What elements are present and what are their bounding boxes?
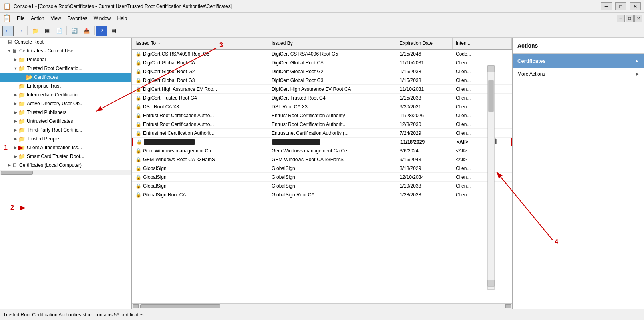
intended: Code...: [453, 51, 512, 57]
menu-action[interactable]: Action: [28, 14, 47, 22]
tree-item-enterprise[interactable]: 📁 Enterprise Trust: [0, 82, 131, 90]
table-row[interactable]: 🔒 GlobalSign GlobalSign 1/19/2038 Clien.…: [132, 182, 512, 190]
table-row[interactable]: 🔒 DigiCert Global Root G2 DigiCert Globa…: [132, 67, 512, 76]
table-row[interactable]: 🔒 Entrust Root Certification Autho... En…: [132, 111, 512, 120]
sort-icon-issued-to: ▲: [157, 42, 161, 45]
forward-button[interactable]: →: [14, 26, 26, 36]
actions-header: Actions: [513, 38, 644, 54]
folder-icon-active-directory: 📁: [18, 100, 25, 107]
hscroll-left-btn[interactable]: [133, 304, 139, 308]
expand-certificates[interactable]: [20, 74, 26, 80]
col-header-expiration[interactable]: Expiration Date: [396, 38, 453, 49]
tree-item-certificates[interactable]: 📂 Certificates: [0, 73, 131, 82]
menu-view[interactable]: View: [48, 14, 64, 22]
maximize-button[interactable]: □: [615, 2, 626, 10]
tree-item-certs-current-user[interactable]: ▼ 🖥 Certificates - Current User: [0, 46, 131, 55]
tree-item-trusted-people[interactable]: ▶ 📁 Trusted People: [0, 134, 131, 143]
menu-favorites[interactable]: Favorites: [64, 14, 91, 22]
table-row[interactable]: 🔒 DigiCert Global Root CA DigiCert Globa…: [132, 58, 512, 67]
table-row[interactable]: 🔒 DigiCert High Assurance EV Roo... Digi…: [132, 85, 512, 94]
tree-label-certs-current-user: Certificates - Current User: [19, 48, 75, 54]
minimize-button[interactable]: ─: [601, 2, 612, 10]
tree-item-trusted-root[interactable]: ▼ 📁 Trusted Root Certificatio...: [0, 64, 131, 73]
hscroll-right-btn[interactable]: [505, 304, 511, 308]
expand-intermediate[interactable]: ▶: [13, 92, 18, 98]
properties-button[interactable]: 📄: [54, 26, 65, 36]
tree-hscroll[interactable]: [0, 170, 131, 175]
cert-icon: 🔒: [135, 148, 141, 154]
tree-item-untrusted[interactable]: ▶ 📁 Untrusted Certificates: [0, 117, 131, 126]
menu-help[interactable]: Help: [114, 14, 131, 22]
table-row[interactable]: 🔒 Entrust Root Certification Autho... En…: [132, 120, 512, 129]
table-row[interactable]: 🔒 Entrust.net Certification Authorit... …: [132, 129, 512, 138]
table-row[interactable]: 🔒 GlobalSign Root CA GlobalSign Root CA …: [132, 190, 512, 199]
hscroll-thumb[interactable]: [140, 304, 220, 308]
expand-untrusted[interactable]: ▶: [13, 118, 18, 124]
table-row[interactable]: 🔒 Gem Windows management Ca ... Gem Wind…: [132, 146, 512, 155]
expand-client-auth[interactable]: ▶: [13, 145, 18, 150]
menu-file[interactable]: File: [14, 14, 28, 22]
section-expand-icon: ▲: [634, 58, 639, 64]
expand-trusted-people[interactable]: ▶: [13, 136, 18, 142]
menu-window[interactable]: Window: [91, 14, 114, 22]
table-row-highlighted[interactable]: 🔒 ██████████████ ████████████ 11/18/2029…: [132, 138, 512, 146]
show-hide-button[interactable]: ▦: [42, 26, 53, 36]
actions-panel: Actions Certificates ▲ More Actions ▶: [512, 38, 644, 309]
expand-trusted-publishers[interactable]: ▶: [13, 110, 18, 115]
expand-third-party[interactable]: ▶: [13, 127, 18, 133]
expand-smart-card[interactable]: ▶: [13, 154, 18, 159]
col-header-issued-to[interactable]: Issued To ▲: [132, 38, 268, 49]
tree-item-intermediate[interactable]: ▶ 📁 Intermediate Certificatio...: [0, 90, 131, 99]
expiration: 1/15/2038: [396, 95, 453, 101]
export-button[interactable]: 📤: [81, 26, 92, 36]
table-row[interactable]: 🔒 GlobalSign GlobalSign 3/18/2029 Clien.…: [132, 164, 512, 173]
intended: Clien...: [453, 166, 512, 171]
table-row[interactable]: 🔒 DST Root CA X3 DST Root CA X3 9/30/202…: [132, 102, 512, 111]
close-inner-btn[interactable]: ✕: [634, 15, 642, 22]
float-btn[interactable]: □: [626, 15, 634, 22]
computer-icon-root: 🖥: [7, 39, 13, 45]
table-row[interactable]: 🔒 DigiCert CS RSA4096 Root G5 DigiCert C…: [132, 50, 512, 58]
col-header-issued-by[interactable]: Issued By: [268, 38, 396, 49]
up-button[interactable]: 📁: [30, 26, 41, 36]
intended: Clien...: [453, 78, 512, 83]
issued-by: GlobalSign: [268, 174, 396, 180]
tree-item-trusted-publishers[interactable]: ▶ 📁 Trusted Publishers: [0, 108, 131, 117]
col-header-intended[interactable]: Inten...: [453, 38, 512, 49]
help-button[interactable]: ?: [96, 26, 107, 36]
tree-hscroll-thumb[interactable]: [1, 171, 33, 175]
cert-icon: 🔒: [135, 86, 141, 92]
issued-to: DigiCert Global Root G2: [143, 69, 195, 74]
close-button[interactable]: ✕: [630, 2, 641, 10]
tree-item-third-party[interactable]: ▶ 📁 Third-Party Root Certific...: [0, 126, 131, 134]
table-row[interactable]: 🔒 DigiCert Trusted Root G4 DigiCert Trus…: [132, 94, 512, 102]
actions-more-item[interactable]: More Actions ▶: [513, 68, 644, 80]
content-hscroll[interactable]: [132, 303, 512, 309]
issued-to: GlobalSign Root CA: [143, 192, 186, 198]
expand-certs-local[interactable]: ▶: [6, 162, 12, 168]
refresh-button[interactable]: 🔄: [69, 26, 80, 36]
expand-active-directory[interactable]: ▶: [13, 101, 18, 106]
table-row[interactable]: 🔒 GEM-Windows-Root-CA-k3HamS GEM-Windows…: [132, 155, 512, 164]
folder-icon-smart-card: 📁: [18, 153, 25, 160]
expand-certs-current-user[interactable]: ▼: [6, 48, 12, 54]
back-button[interactable]: ←: [2, 26, 14, 36]
table-row[interactable]: 🔒 DigiCert Global Root G3 DigiCert Globa…: [132, 76, 512, 85]
tree-label-trusted-publishers: Trusted Publishers: [27, 110, 67, 115]
folder-icon-certificates: 📂: [26, 74, 32, 80]
tree-item-certs-local[interactable]: ▶ 🖥 Certificates (Local Computer): [0, 161, 131, 170]
expand-personal[interactable]: ▶: [13, 57, 18, 62]
expand-enterprise[interactable]: [13, 83, 18, 89]
tree-item-active-directory[interactable]: ▶ 📁 Active Directory User Ob...: [0, 99, 131, 108]
table-row[interactable]: 🔒 GlobalSign GlobalSign 12/10/2034 Clien…: [132, 173, 512, 182]
tree-item-personal[interactable]: ▶ 📁 Personal: [0, 55, 131, 64]
intended: Clien...: [453, 174, 512, 180]
restore-btn[interactable]: ─: [617, 15, 625, 22]
expand-trusted-root[interactable]: ▼: [13, 66, 18, 71]
mmc-button[interactable]: ▤: [108, 26, 119, 36]
tree-item-console-root[interactable]: 🖥 Console Root: [0, 38, 131, 46]
expand-console-root[interactable]: [2, 39, 7, 45]
actions-section-certificates[interactable]: Certificates ▲: [513, 54, 644, 68]
tree-item-client-auth[interactable]: ▶ 📁 Client Authentication Iss...: [0, 143, 131, 152]
tree-item-smart-card[interactable]: ▶ 📁 Smart Card Trusted Root...: [0, 152, 131, 161]
